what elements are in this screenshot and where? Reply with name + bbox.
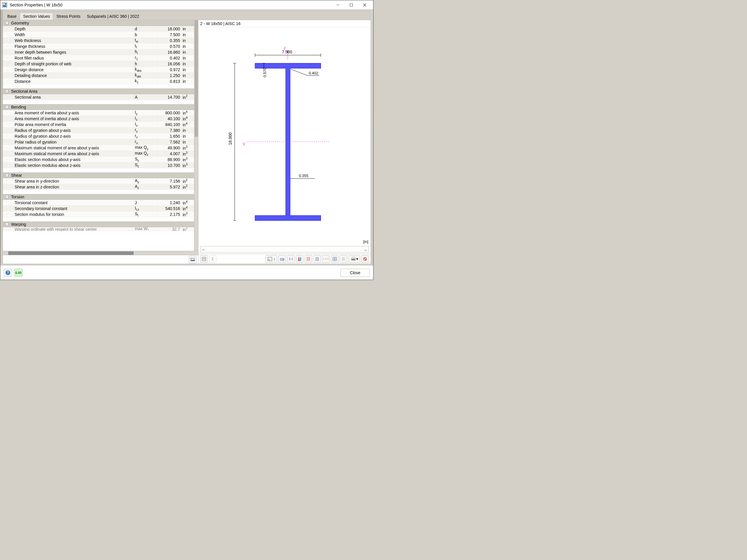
dim-web: 0.355 bbox=[299, 174, 308, 178]
property-value: 7.500 bbox=[157, 32, 181, 37]
property-row[interactable]: ·Warping ordinate with respect to shear … bbox=[3, 227, 194, 231]
combo-value: -- bbox=[202, 247, 205, 252]
tool-stress-colors[interactable]: SC bbox=[296, 255, 304, 263]
tool-reset[interactable] bbox=[361, 255, 369, 263]
group-header[interactable]: −Shear bbox=[3, 172, 194, 178]
property-row[interactable]: ·Shear area in y-directionAy7.156in2 bbox=[3, 178, 194, 184]
property-row[interactable]: ·Design distancekdes0.972in bbox=[3, 67, 194, 73]
property-name: Root fillet radius bbox=[10, 56, 133, 60]
units-button[interactable]: 0,00 bbox=[14, 269, 23, 277]
close-window-button[interactable] bbox=[358, 1, 371, 9]
property-row[interactable]: ·Polar radius of gyrationro7.562in bbox=[3, 139, 194, 145]
property-symbol: hi bbox=[133, 49, 157, 55]
tool-ibeam-blue[interactable] bbox=[313, 255, 321, 263]
group-header[interactable]: −Torsion bbox=[3, 194, 194, 200]
property-row[interactable]: ·Polar area moment of inertiaIo840.100in… bbox=[3, 122, 194, 128]
property-name: Width bbox=[10, 32, 133, 37]
property-row[interactable]: ·Web thicknesstw0.355in bbox=[3, 37, 194, 44]
group-header[interactable]: −Bending bbox=[3, 104, 194, 110]
tool-sigma[interactable]: Σ bbox=[209, 255, 216, 263]
property-row[interactable]: ·Depthd18.000in bbox=[3, 26, 194, 32]
tab-stress-points[interactable]: Stress Points bbox=[53, 12, 83, 20]
property-unit: in bbox=[181, 128, 194, 133]
tool-list[interactable] bbox=[340, 255, 347, 263]
export-image-button[interactable] bbox=[189, 256, 197, 263]
tab-subpanels[interactable]: Subpanels | AISC 360 | 2022 bbox=[84, 12, 143, 20]
property-name: Inner depth between flanges bbox=[10, 50, 133, 55]
minimize-button[interactable] bbox=[331, 1, 344, 9]
property-name: Distance bbox=[10, 79, 133, 84]
property-unit: in4 bbox=[181, 200, 194, 205]
property-row[interactable]: ·Flange thicknesstf0.570in bbox=[3, 44, 194, 49]
tool-numbers[interactable]: 1 2 3 bbox=[322, 255, 330, 263]
section-viewer[interactable]: y z 7.500 bbox=[199, 27, 370, 245]
property-row[interactable]: ·Distancek10.813in bbox=[3, 78, 194, 84]
property-name: Flange thickness bbox=[10, 44, 133, 49]
tool-grid[interactable] bbox=[331, 255, 338, 263]
window-title: Section Properties | W 18x50 bbox=[10, 3, 331, 7]
property-row[interactable]: ·Area moment of inertia about z-axisIz40… bbox=[3, 116, 194, 122]
collapse-icon[interactable]: − bbox=[5, 105, 8, 108]
property-row[interactable]: ·Torsional constantJ1.240in4 bbox=[3, 200, 194, 206]
property-row[interactable]: ·Elastic section modulus about y-axisSy8… bbox=[3, 157, 194, 162]
property-row[interactable]: ·Widthb7.500in bbox=[3, 32, 194, 37]
tab-section-values[interactable]: Section Values bbox=[20, 12, 53, 20]
property-row[interactable]: ·Secondary torsional constantIt,s540.516… bbox=[3, 206, 194, 211]
property-symbol: Io bbox=[133, 122, 157, 127]
svg-line-24 bbox=[291, 69, 308, 76]
group-header[interactable]: −Warping bbox=[3, 221, 194, 227]
property-value: 7.380 bbox=[157, 128, 181, 133]
property-row[interactable]: ·Elastic section modulus about z-axisSz1… bbox=[3, 162, 194, 168]
tool-dimension-toggle[interactable] bbox=[287, 255, 295, 263]
svg-rect-5 bbox=[350, 3, 353, 6]
property-symbol: max Qy bbox=[133, 145, 157, 151]
property-row[interactable]: ·Radius of gyration about y-axisry7.380i… bbox=[3, 128, 194, 133]
property-value: 0.355 bbox=[157, 38, 181, 43]
group-title: Sectional Area bbox=[10, 89, 194, 94]
property-row[interactable]: ·Inner depth between flangeshi16.860in bbox=[3, 49, 194, 55]
tool-scale[interactable]: 100 bbox=[278, 255, 286, 263]
property-symbol: Iy bbox=[133, 110, 157, 115]
property-symbol: Sy bbox=[133, 157, 157, 162]
tool-ibeam-red[interactable] bbox=[305, 255, 312, 263]
property-row[interactable]: ·Root fillet radiusr10.402in bbox=[3, 55, 194, 61]
tool-view-mode[interactable] bbox=[265, 255, 277, 263]
property-unit: in bbox=[181, 32, 194, 37]
group-title: Geometry bbox=[10, 21, 194, 25]
property-symbol: tf bbox=[133, 44, 157, 49]
help-button[interactable]: ? bbox=[4, 269, 12, 277]
group-header[interactable]: −Geometry bbox=[3, 20, 194, 26]
collapse-icon[interactable]: − bbox=[5, 89, 8, 93]
property-unit: in4 bbox=[181, 122, 194, 127]
collapse-icon[interactable]: − bbox=[5, 21, 8, 25]
tool-render-settings[interactable] bbox=[200, 255, 208, 263]
property-row[interactable]: ·Area moment of inertia about y-axisIy80… bbox=[3, 110, 194, 116]
property-value: 2.175 bbox=[157, 212, 181, 217]
property-row[interactable]: ·Depth of straight portion of webh16.056… bbox=[3, 61, 194, 67]
property-unit: in bbox=[181, 134, 194, 138]
property-row[interactable]: ·Maximum statical moment of area about y… bbox=[3, 145, 194, 151]
property-value: 88.900 bbox=[157, 157, 181, 162]
property-row[interactable]: ·Maximum statical moment of area about z… bbox=[3, 151, 194, 157]
result-combo[interactable]: -- ⌵ bbox=[200, 246, 369, 252]
property-row[interactable]: ·Sectional areaA14.700in2 bbox=[3, 94, 194, 100]
property-row[interactable]: ·Section modulus for torsionSt2.175in3 bbox=[3, 211, 194, 217]
close-button[interactable]: Close bbox=[340, 269, 370, 277]
maximize-button[interactable] bbox=[344, 1, 358, 9]
vertical-scrollbar[interactable] bbox=[194, 20, 198, 251]
property-row[interactable]: ·Detailing distancekdet1.250in bbox=[3, 73, 194, 78]
collapse-icon[interactable]: − bbox=[5, 195, 8, 198]
tool-print[interactable]: ▾ bbox=[349, 255, 360, 263]
property-row[interactable]: ·Shear area in z-directionAz5.972in2 bbox=[3, 184, 194, 190]
tab-base[interactable]: Base bbox=[4, 12, 20, 20]
group-header[interactable]: −Sectional Area bbox=[3, 88, 194, 94]
property-row[interactable]: ·Radius of gyration about z-axisrz1.650i… bbox=[3, 133, 194, 139]
property-symbol: tw bbox=[133, 37, 157, 43]
property-name: Radius of gyration about z-axis bbox=[10, 134, 133, 138]
group-title: Warping bbox=[10, 222, 194, 226]
horizontal-scrollbar[interactable] bbox=[3, 251, 198, 255]
collapse-icon[interactable]: − bbox=[5, 222, 8, 226]
property-unit: in bbox=[181, 27, 194, 31]
collapse-icon[interactable]: − bbox=[5, 174, 8, 177]
property-unit: in4 bbox=[181, 110, 194, 115]
